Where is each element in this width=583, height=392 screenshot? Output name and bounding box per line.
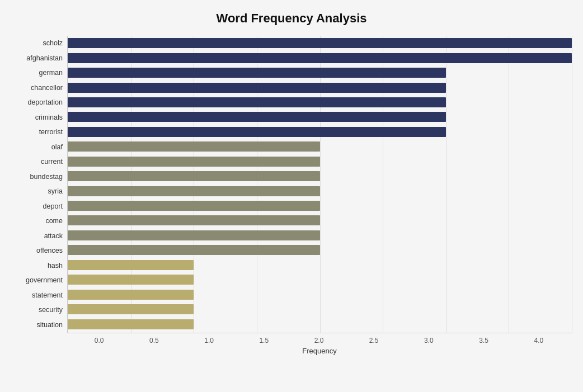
bar-row — [68, 155, 572, 168]
x-tick: 1.5 — [237, 337, 292, 344]
bar-row — [68, 67, 572, 79]
bar — [68, 215, 320, 225]
bar — [68, 112, 446, 122]
bar — [68, 127, 446, 137]
y-label: criminals — [35, 114, 63, 121]
bar — [68, 260, 194, 270]
x-tick: 3.0 — [401, 337, 456, 344]
chart-container: Word Frequency Analysis scholzafghanista… — [0, 0, 583, 392]
y-label: deportation — [27, 99, 63, 106]
bar — [68, 186, 320, 196]
bar-row — [68, 185, 572, 197]
bar — [68, 83, 446, 93]
bar-row — [68, 126, 572, 138]
bar-row — [68, 111, 572, 123]
y-label: attack — [44, 233, 63, 240]
bar — [68, 319, 194, 329]
y-label: scholz — [43, 40, 63, 47]
y-label: situation — [36, 322, 63, 329]
bar-row — [68, 96, 572, 108]
bar-row — [68, 303, 572, 315]
x-axis-ticks: 0.00.51.01.52.02.53.03.54.0 — [11, 337, 572, 344]
y-label: current — [41, 158, 63, 166]
x-tick: 2.5 — [346, 337, 401, 344]
bar-row — [68, 289, 572, 301]
bar — [68, 97, 446, 107]
grid-line — [572, 36, 572, 333]
x-tick: 1.0 — [181, 337, 236, 344]
bar — [68, 141, 320, 152]
bar-row — [68, 52, 572, 64]
bar — [68, 230, 320, 240]
bar — [68, 68, 446, 78]
y-label: government — [26, 277, 63, 284]
bar — [68, 304, 194, 314]
bar — [68, 201, 320, 211]
y-label: german — [39, 69, 63, 77]
y-label: terrorist — [39, 129, 63, 136]
x-axis-label: Frequency — [11, 347, 572, 355]
y-label: offences — [36, 247, 63, 254]
y-label: syria — [48, 188, 63, 195]
bar — [68, 38, 572, 48]
bar — [68, 53, 572, 63]
y-label: afghanistan — [26, 55, 63, 62]
x-tick: 2.0 — [292, 337, 346, 344]
y-label: hash — [48, 262, 63, 270]
x-tick: 0.0 — [72, 337, 126, 344]
chart-title: Word Frequency Analysis — [11, 11, 572, 26]
bar-row — [68, 170, 572, 182]
x-tick: 0.5 — [126, 337, 181, 344]
x-tick: 4.0 — [511, 337, 566, 344]
bar-row — [68, 318, 572, 330]
y-axis-labels: scholzafghanistangermanchancellordeporta… — [11, 36, 67, 333]
x-tick: 3.5 — [457, 337, 511, 344]
bar-row — [68, 273, 572, 286]
bar-row — [68, 140, 572, 153]
bar — [68, 171, 320, 181]
y-label: olaf — [51, 144, 63, 151]
bar — [68, 275, 194, 285]
bar — [68, 290, 194, 300]
bar-row — [68, 244, 572, 256]
y-label: chancellor — [31, 84, 63, 92]
y-label: security — [39, 306, 63, 314]
bar-row — [68, 259, 572, 271]
bar — [68, 245, 320, 255]
bar — [68, 157, 320, 167]
bar-row — [68, 82, 572, 94]
bar-row — [68, 214, 572, 226]
bar-row — [68, 229, 572, 242]
plot-area — [67, 36, 572, 333]
y-label: come — [45, 218, 63, 225]
bar-row — [68, 200, 572, 212]
y-label: deport — [43, 203, 63, 210]
bar-row — [68, 37, 572, 49]
y-label: statement — [32, 292, 63, 299]
y-label: bundestag — [30, 173, 63, 181]
